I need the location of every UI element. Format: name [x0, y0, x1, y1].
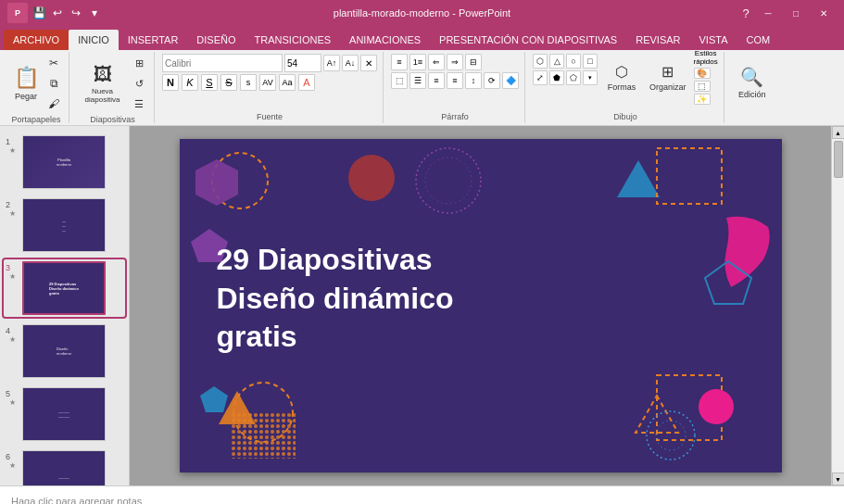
tab-insertar[interactable]: INSERTAR — [119, 30, 188, 50]
clear-format-button[interactable]: ✕ — [360, 55, 377, 71]
reset-button[interactable]: ↺ — [130, 74, 148, 93]
align-left-button[interactable]: ⬚ — [391, 72, 408, 89]
shape-btn-5[interactable]: ⤢ — [533, 70, 548, 85]
shape-btn-6[interactable]: ⬟ — [549, 70, 564, 85]
smartart-button[interactable]: 🔷 — [502, 72, 519, 89]
thumb-text-2: ——— — [59, 216, 69, 235]
slide-thumb-1[interactable]: 1 ★ Plantillamoderno — [4, 133, 125, 191]
format-painter-button[interactable]: 🖌 — [44, 94, 63, 113]
scroll-track[interactable] — [832, 139, 844, 472]
edicion-group: 🔍 Edición x — [726, 52, 778, 123]
slide-thumb-4[interactable]: 4 ★ Diseñomoderno — [4, 322, 125, 380]
slide-thumb-5[interactable]: 5 ★ —————— — [4, 385, 125, 443]
shape-fill-button[interactable]: 🎨 — [694, 68, 711, 79]
font-size-up-button[interactable]: A↑ — [323, 55, 340, 71]
tab-revisar[interactable]: REVISAR — [626, 30, 689, 50]
organizar-button[interactable]: ⊞ Organizar — [646, 54, 690, 100]
line-spacing-button[interactable]: ↕ — [465, 72, 482, 89]
maximize-button[interactable]: □ — [783, 0, 809, 26]
shape-btn-3[interactable]: ○ — [566, 54, 581, 69]
deco-hex-topleft — [194, 158, 240, 208]
layout-button[interactable]: ⊞ — [130, 54, 148, 72]
underline-button[interactable]: S — [201, 74, 218, 91]
notes-area[interactable]: Haga clic para agregar notas — [0, 485, 844, 504]
slide-num-4: 4 — [6, 326, 19, 335]
bold-button[interactable]: N — [162, 74, 179, 91]
shape-btn-7[interactable]: ⬠ — [566, 70, 581, 85]
slide-thumb-6[interactable]: 6 ★ ——— — [4, 448, 125, 485]
text-shadow-button[interactable]: s — [240, 74, 257, 91]
bullets-button[interactable]: ≡ — [391, 54, 408, 70]
increase-indent-button[interactable]: ⇒ — [447, 54, 463, 70]
deco-blue-pentagon-right — [703, 259, 754, 310]
italic-button[interactable]: K — [182, 74, 198, 91]
font-case-button[interactable]: Aa — [279, 74, 296, 91]
save-quick-icon[interactable]: 💾 — [31, 6, 46, 20]
edicion-button[interactable]: 🔍 Edición — [732, 55, 773, 110]
svg-marker-1 — [195, 159, 238, 206]
nueva-diapositiva-button[interactable]: 🖼 Nuevadiapositiva — [77, 56, 128, 111]
tab-com[interactable]: COM — [737, 30, 779, 50]
strikethrough-button[interactable]: S — [220, 74, 237, 91]
tab-vista[interactable]: VISTA — [690, 30, 737, 50]
font-size-down-button[interactable]: A↓ — [342, 55, 359, 71]
clipboard-mini-btns: ✂ ⧉ 🖌 — [44, 54, 63, 113]
slide-text-line3: gratis — [217, 318, 454, 357]
shape-outline-button[interactable]: ⬚ — [694, 81, 711, 92]
slide-thumb-3[interactable]: 3 ★ 29 DiapositivasDiseño dinámicogratis — [4, 259, 125, 317]
align-right-button[interactable]: ≡ — [428, 72, 445, 89]
slide-canvas-area[interactable]: 29 Diapositivas Diseño dinámico gratis — [130, 126, 831, 485]
align-center-button[interactable]: ☰ — [409, 72, 426, 89]
char-spacing-button[interactable]: AV — [259, 74, 276, 91]
cut-button[interactable]: ✂ — [44, 54, 63, 72]
help-icon[interactable]: ? — [738, 6, 753, 20]
font-size-input[interactable] — [284, 54, 321, 72]
shape-btn-2[interactable]: △ — [549, 54, 564, 69]
more-shapes-button[interactable]: ▾ — [583, 70, 598, 85]
numbering-button[interactable]: 1≡ — [409, 54, 426, 70]
pegar-button[interactable]: 📋 Pegar — [9, 56, 43, 111]
svg-point-15 — [699, 389, 734, 424]
window-title: plantilla-morado-moderno - PowerPoint — [334, 7, 510, 19]
tab-inicio[interactable]: INICIO — [69, 30, 119, 50]
justify-button[interactable]: ≡ — [447, 72, 463, 89]
columns-button[interactable]: ⊟ — [465, 54, 482, 70]
svg-point-17 — [647, 411, 695, 460]
fuente-content: A↑ A↓ ✕ N K S S s AV Aa A — [162, 54, 377, 110]
text-direction-button[interactable]: ⟳ — [484, 72, 500, 89]
tab-transiciones[interactable]: TRANSICIONES — [246, 30, 341, 50]
scroll-down-button[interactable]: ▼ — [832, 472, 845, 485]
shape-btn-4[interactable]: □ — [583, 54, 598, 69]
deco-dots-bottomleft — [231, 412, 296, 459]
section-button[interactable]: ☰ — [130, 94, 148, 113]
dibujo-group: ⬡ △ ○ □ ⤢ ⬟ ⬠ ▾ ⬡ Formas ⊞ Organizar — [527, 52, 724, 123]
close-button[interactable]: ✕ — [811, 0, 837, 26]
copy-button[interactable]: ⧉ — [44, 74, 63, 93]
formas-button[interactable]: ⬡ Formas — [601, 54, 642, 100]
tab-presentacion[interactable]: PRESENTACIÓN CON DIAPOSITIVAS — [430, 30, 626, 50]
scroll-up-button[interactable]: ▲ — [832, 126, 845, 139]
scroll-thumb[interactable] — [834, 141, 843, 178]
font-name-input[interactable] — [162, 54, 283, 72]
minimize-button[interactable]: ─ — [755, 0, 781, 26]
shape-effects-button[interactable]: ✨ — [694, 94, 711, 105]
redo-quick-icon[interactable]: ↪ — [69, 6, 83, 20]
tab-animaciones[interactable]: ANIMACIONES — [340, 30, 430, 50]
tab-diseno[interactable]: DISEÑO — [187, 30, 245, 50]
nueva-diapositiva-label: Nuevadiapositiva — [85, 87, 120, 104]
shape-btn-1[interactable]: ⬡ — [533, 54, 548, 69]
decrease-indent-button[interactable]: ⇐ — [428, 54, 445, 70]
new-slide-icon: 🖼 — [94, 64, 112, 85]
font-color-button[interactable]: A — [298, 74, 315, 91]
deco-dashed-rect-topright — [652, 144, 726, 208]
slide-thumb-2[interactable]: 2 ★ ——— — [4, 196, 125, 254]
tab-archivo[interactable]: ARCHIVO — [4, 30, 69, 50]
parrafo-group: ≡ 1≡ ⇐ ⇒ ⊟ ⬚ ☰ ≡ ≡ ↕ ⟳ 🔷 Párrafo — [385, 52, 525, 123]
edicion-content: 🔍 Edición — [732, 54, 773, 110]
slide-num-5: 5 — [6, 389, 19, 398]
organizar-icon: ⊞ — [661, 63, 674, 81]
customize-quick-icon[interactable]: ▾ — [87, 6, 102, 20]
undo-quick-icon[interactable]: ↩ — [50, 6, 65, 20]
edicion-label: Edición — [738, 90, 766, 99]
deco-dot-circle-top — [411, 144, 485, 218]
